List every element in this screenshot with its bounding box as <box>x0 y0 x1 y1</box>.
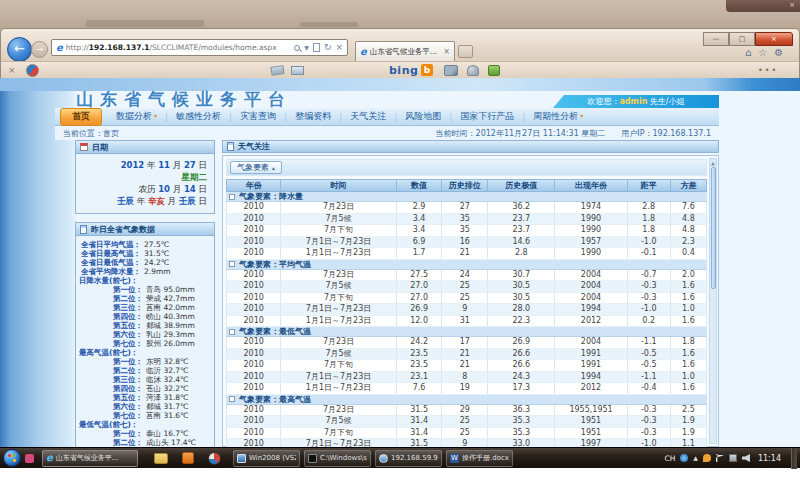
gear-icon[interactable]: ⚙ <box>774 48 783 58</box>
window-controls: — ▢ × <box>703 32 793 46</box>
table-row[interactable]: 20107月23日27.52430.72004-0.72.0 <box>226 270 707 282</box>
weather-rank-item: 第一位：泰山 16.7℃ <box>79 429 211 438</box>
table-cell: 1955,1951 <box>555 405 627 416</box>
nav-item-1[interactable]: 首页 <box>60 108 102 126</box>
table-cell: -0.3 <box>628 293 671 304</box>
group-checkbox[interactable] <box>229 396 235 402</box>
table-row[interactable]: 20107月1日～7月23日31.5933.01997-1.01.1 <box>226 439 707 447</box>
element-filter-button[interactable]: 气象要素 ▴ <box>230 161 282 174</box>
maximize-button[interactable]: ▢ <box>729 32 755 46</box>
favorites-star-icon[interactable]: ☆ <box>758 48 767 58</box>
url-text: http://192.168.137.1/SLCCLIMATE/modules/… <box>66 43 277 52</box>
camera-icon[interactable] <box>444 65 458 76</box>
table-group-row[interactable]: 气象要素：平均气温 <box>226 260 707 270</box>
table-row[interactable]: 20107月1日～7月23日23.1824.31994-1.11.0 <box>226 372 707 384</box>
chevron-down-icon[interactable]: ▼ <box>304 44 309 51</box>
nav-item-4[interactable]: 灾害查询 <box>232 110 284 123</box>
nav-item-7[interactable]: 风险地图 <box>397 110 449 123</box>
nav-item-3[interactable]: 敏感性分析 <box>168 110 229 123</box>
table-row[interactable]: 20107月5候31.42535.31951-0.31.9 <box>226 416 707 428</box>
explorer-icon[interactable] <box>154 453 168 464</box>
table-group-row[interactable]: 气象要素：降水量 <box>226 192 707 202</box>
toolbar-close-icon[interactable]: × <box>8 66 16 75</box>
table-cell: -0.3 <box>628 281 671 292</box>
table-row[interactable]: 20107月1日～7月23日6.91614.61957-1.02.3 <box>226 237 707 249</box>
forward-button[interactable]: → <box>31 41 48 58</box>
nav-item-8[interactable]: 国家下行产品 <box>452 110 522 123</box>
tray-app-icon[interactable] <box>680 454 688 462</box>
search-icon[interactable] <box>294 45 300 51</box>
bing-badge-icon[interactable]: b <box>421 64 433 76</box>
minimize-button[interactable]: — <box>703 32 729 46</box>
mail-icon[interactable] <box>291 66 304 75</box>
web-page: 山东省气候业务平台 欢迎您：admin 先生/小姐 首页数据分析▾|敏感性分析|… <box>0 78 800 447</box>
taskbar-ie-button[interactable]: e 山东省气候业务平... <box>42 450 138 467</box>
background-close-icon[interactable]: × <box>789 1 795 9</box>
table-row[interactable]: 20107月5候27.02530.52004-0.31.6 <box>226 281 707 293</box>
toolbar-overflow-icon[interactable]: ••• <box>758 66 778 75</box>
table-cell: 2012 <box>555 316 627 327</box>
close-button[interactable]: × <box>755 32 793 46</box>
table-row[interactable]: 20107月下旬31.42535.31951-0.31.9 <box>226 428 707 440</box>
group-checkbox[interactable] <box>229 329 235 335</box>
show-desktop-button[interactable] <box>791 448 797 469</box>
nav-item-6[interactable]: 天气关注 <box>342 110 394 123</box>
start-button[interactable] <box>3 449 21 467</box>
table-row[interactable]: 20107月5候23.52126.61991-0.51.6 <box>226 349 707 361</box>
clock[interactable]: 11:14 <box>758 454 781 463</box>
taskbar-app-button-2[interactable]: C:\Windows\s... <box>304 450 371 467</box>
table-row[interactable]: 20107月下旬3.43523.719901.84.8 <box>226 225 707 237</box>
pinned-app-icon[interactable] <box>25 454 34 463</box>
bing-logo[interactable]: bing <box>389 64 418 77</box>
satellite-icon[interactable] <box>467 65 479 76</box>
address-bar[interactable]: e http://192.168.137.1/SLCCLIMATE/module… <box>51 39 348 56</box>
stop-icon[interactable]: × <box>335 43 343 52</box>
compatibility-icon[interactable] <box>313 43 320 52</box>
media-player-icon[interactable] <box>208 452 221 465</box>
action-center-flag-icon[interactable] <box>716 454 724 462</box>
group-checkbox[interactable] <box>229 194 235 200</box>
refresh-icon[interactable]: ↻ <box>324 43 332 52</box>
tray-expand-icon[interactable]: ▲ <box>693 454 698 462</box>
table-row[interactable]: 20107月5候3.43523.719901.84.8 <box>226 214 707 226</box>
table-cell: 26.9 <box>397 304 443 315</box>
table-cell: 17 <box>442 337 488 348</box>
browser-tab[interactable]: e 山东省气候业务平... × <box>355 41 455 61</box>
nav-item-5[interactable]: 整编资料 <box>287 110 339 123</box>
table-cell: 12.0 <box>397 316 443 327</box>
table-row[interactable]: 20107月1日～7月23日26.9928.01994-1.01.0 <box>226 304 707 316</box>
table-scrollbar[interactable]: ▲ <box>709 158 717 444</box>
people-icon[interactable] <box>488 65 500 76</box>
group-checkbox[interactable] <box>229 261 235 267</box>
back-button[interactable]: ← <box>7 37 32 62</box>
table-group-row[interactable]: 气象要素：最高气温 <box>226 395 707 405</box>
taskbar-app-button-3[interactable]: 192.168.59.99... <box>375 450 442 467</box>
language-indicator[interactable]: CH <box>664 454 675 463</box>
weather-rank-item: 第四位：苍山 32.2℃ <box>79 384 211 393</box>
weather-rank-item: 第二位：荣成 42.7mm <box>79 294 211 303</box>
pinned-orange-app-icon[interactable] <box>182 452 194 464</box>
table-row[interactable]: 20107月下旬23.52126.61991-0.51.6 <box>226 360 707 372</box>
table-row[interactable]: 20107月23日2.92736.219742.87.6 <box>226 202 707 214</box>
table-cell: 7月下旬 <box>281 225 396 236</box>
volume-icon[interactable] <box>742 454 750 462</box>
scrollbar-thumb[interactable] <box>711 167 716 289</box>
tray-update-icon[interactable] <box>703 454 711 462</box>
table-group-row[interactable]: 气象要素：最低气温 <box>226 327 707 337</box>
toolbar-logo-icon[interactable] <box>26 64 39 77</box>
table-cell: -0.7 <box>628 270 671 281</box>
table-row[interactable]: 20107月23日24.21726.92004-1.11.8 <box>226 337 707 349</box>
network-icon[interactable] <box>729 454 737 462</box>
taskbar-app-button-4[interactable]: W操作手册.docx ... <box>446 450 513 467</box>
home-icon[interactable]: ⌂ <box>745 48 751 58</box>
scroll-up-icon[interactable]: ▲ <box>710 159 716 167</box>
table-cell: 14.6 <box>488 237 555 248</box>
tab-close-icon[interactable]: × <box>443 48 450 56</box>
new-tab-button[interactable] <box>458 45 473 58</box>
nav-item-9[interactable]: 周期性分析▾ <box>525 110 591 123</box>
nav-item-2[interactable]: 数据分析▾ <box>108 110 165 123</box>
table-row[interactable]: 20107月下旬27.02530.52004-0.31.6 <box>226 293 707 305</box>
taskbar-app-button-1[interactable]: Win2008 (VS2... <box>233 450 300 467</box>
cards-icon[interactable] <box>270 65 284 76</box>
table-row[interactable]: 20107月23日31.52936.31955,1951-0.32.5 <box>226 405 707 417</box>
